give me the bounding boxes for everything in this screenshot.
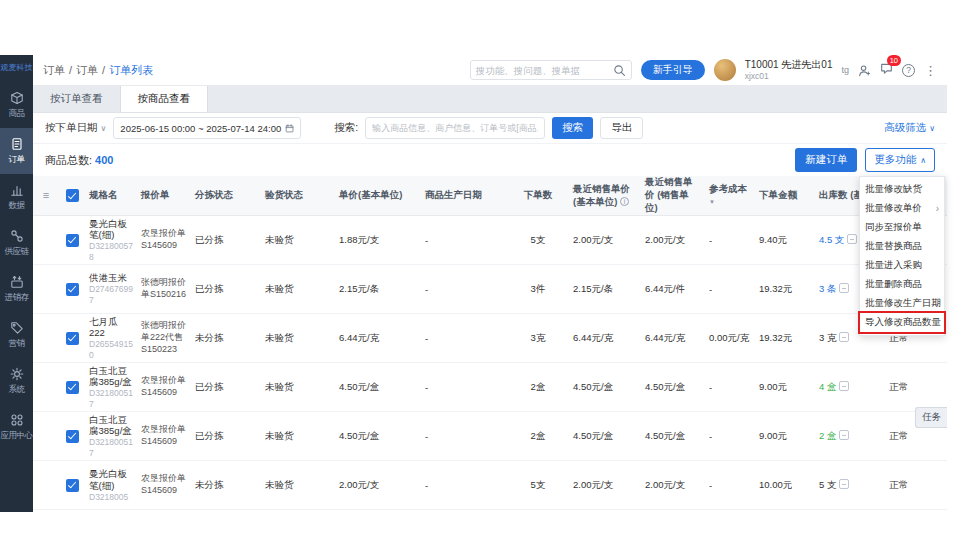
unit-price-cell: 4.50元/盒 bbox=[335, 430, 421, 443]
menu-item-import-modify-qty[interactable]: 导入修改商品数量 bbox=[860, 313, 944, 332]
edit-qty-icon[interactable] bbox=[839, 332, 849, 342]
sidebar-item-supply-chain[interactable]: 供应链 bbox=[0, 220, 33, 266]
menu-item-batch-replace-product[interactable]: 批量替换商品 bbox=[860, 237, 944, 256]
out-qty-value[interactable]: 3 条 bbox=[819, 283, 836, 294]
select-all-checkbox[interactable] bbox=[66, 189, 79, 202]
out-qty-value[interactable]: 4 盒 bbox=[819, 381, 836, 392]
edit-qty-icon[interactable] bbox=[847, 234, 857, 244]
sidebar-item-app-center[interactable]: 应用中心 bbox=[0, 404, 33, 450]
header-sort-status[interactable]: 分拣状态 bbox=[191, 189, 261, 202]
spec-cell[interactable]: 曼光白板笔(细) D3218005 bbox=[85, 468, 137, 502]
task-side-tab[interactable]: 任务 bbox=[915, 407, 947, 428]
row-checkbox[interactable] bbox=[66, 234, 79, 247]
spec-cell[interactable]: 白玉北豆腐385g/盒 D321800517 bbox=[85, 365, 137, 410]
out-qty-cell: 4 盒 bbox=[815, 381, 885, 394]
global-search-input[interactable] bbox=[476, 65, 613, 76]
invite-user-icon[interactable] bbox=[858, 64, 871, 77]
sidebar-item-marketing[interactable]: 营销 bbox=[0, 312, 33, 358]
menu-item-batch-modify-price[interactable]: 批量修改单价 › bbox=[860, 199, 944, 218]
order-document-icon bbox=[10, 137, 24, 151]
more-functions-button[interactable]: 更多功能 ∧ bbox=[865, 148, 935, 172]
avatar[interactable] bbox=[714, 59, 736, 81]
check-status-cell: 未验货 bbox=[261, 283, 335, 296]
breadcrumb-item[interactable]: 订单 bbox=[76, 63, 98, 78]
check-status-cell: 未验货 bbox=[261, 234, 335, 247]
export-button[interactable]: 导出 bbox=[600, 117, 643, 139]
edit-qty-icon[interactable] bbox=[839, 283, 849, 293]
gear-icon bbox=[10, 367, 24, 381]
tg-icon[interactable]: tg bbox=[841, 65, 849, 75]
edit-qty-icon[interactable] bbox=[839, 381, 849, 391]
new-order-button[interactable]: 新建订单 bbox=[795, 148, 857, 172]
order-qty-cell: 3克 bbox=[507, 332, 569, 345]
advanced-filter-link[interactable]: 高级筛选 ∨ bbox=[884, 121, 935, 135]
sidebar-item-system[interactable]: 系统 bbox=[0, 358, 33, 404]
search-button[interactable]: 搜索 bbox=[552, 117, 593, 139]
row-checkbox[interactable] bbox=[66, 430, 79, 443]
header-recent-sale-price[interactable]: 最近销售单价 (销售单位) bbox=[641, 176, 705, 214]
out-qty-value[interactable]: 2 盒 bbox=[819, 430, 836, 441]
prod-date-cell: - bbox=[421, 235, 507, 246]
out-qty-value[interactable]: 5 支 bbox=[819, 479, 836, 490]
search-icon[interactable] bbox=[613, 64, 626, 77]
column-settings-cell[interactable]: ≡ bbox=[33, 188, 59, 203]
row-checkbox[interactable] bbox=[66, 479, 79, 492]
sidebar-item-inventory[interactable]: 进销存 bbox=[0, 266, 33, 312]
date-type-select[interactable]: 按下单日期 ∨ bbox=[45, 121, 106, 135]
menu-item-batch-modify-shortage[interactable]: 批量修改缺货 bbox=[860, 180, 944, 199]
spec-cell[interactable]: 供港玉米 D274676997 bbox=[85, 272, 137, 305]
message-count-badge: 10 bbox=[887, 55, 901, 66]
search-label: 搜索: bbox=[334, 121, 358, 135]
spec-cell[interactable]: 白玉北豆腐385g/盒 D321800517 bbox=[85, 414, 137, 459]
breadcrumb-item[interactable]: 订单 bbox=[43, 63, 65, 78]
menu-item-batch-delete-product[interactable]: 批量删除商品 bbox=[860, 275, 944, 294]
total-count-value: 400 bbox=[95, 154, 113, 166]
header-spec[interactable]: 规格名 bbox=[85, 189, 137, 202]
sidebar-item-label: 进销存 bbox=[5, 292, 29, 304]
header-order-amount[interactable]: 下单金额 bbox=[755, 189, 815, 202]
filter-funnel-icon[interactable]: ▼ bbox=[709, 199, 715, 205]
recent-sale-price-cell: 4.50元/盒 bbox=[641, 430, 705, 443]
header-recent-base-price[interactable]: 最近销售单价 (基本单位) i bbox=[569, 183, 641, 209]
spec-cell[interactable]: 七月瓜222 D265549150 bbox=[85, 316, 137, 361]
recent-sale-price-cell: 6.44元/克 bbox=[641, 332, 705, 345]
menu-item-batch-to-purchase[interactable]: 批量进入采购 bbox=[860, 256, 944, 275]
row-checkbox[interactable] bbox=[66, 283, 79, 296]
header-order-qty[interactable]: 下单数 bbox=[507, 189, 569, 202]
tab-product-view[interactable]: 按商品查看 bbox=[121, 86, 209, 112]
header-check-status[interactable]: 验货状态 bbox=[261, 189, 335, 202]
more-options-icon[interactable]: ⋮ bbox=[924, 64, 937, 77]
out-qty-value[interactable]: 3 克 bbox=[819, 332, 836, 343]
edit-qty-icon[interactable] bbox=[839, 430, 849, 440]
spec-cell[interactable]: 曼光白板笔(细) D321800578 bbox=[85, 218, 137, 263]
help-icon[interactable]: ? bbox=[902, 64, 915, 77]
menu-item-batch-modify-prod-date[interactable]: 批量修改生产日期 bbox=[860, 294, 944, 313]
sort-status-cell: 已分拣 bbox=[191, 430, 261, 443]
sidebar-item-orders[interactable]: 订单 bbox=[0, 128, 33, 174]
date-range-input[interactable]: 2025-06-15 00:00 ~ 2025-07-14 24:00 bbox=[113, 117, 301, 139]
chevron-up-icon: ∧ bbox=[920, 156, 926, 165]
header-unit-price[interactable]: 单价(基本单位) bbox=[335, 189, 421, 202]
messages-button[interactable]: 10 bbox=[880, 61, 893, 79]
prod-date-cell: - bbox=[421, 431, 507, 442]
sort-status-cell: 已分拣 bbox=[191, 283, 261, 296]
info-icon[interactable]: i bbox=[620, 197, 629, 206]
header-quote[interactable]: 报价单 bbox=[137, 189, 191, 202]
menu-item-sync-to-quote[interactable]: 同步至报价单 bbox=[860, 218, 944, 237]
tab-order-view[interactable]: 按订单查看 bbox=[33, 86, 121, 112]
guide-button[interactable]: 新手引导 bbox=[641, 60, 705, 80]
sidebar-item-goods[interactable]: 商品 bbox=[0, 82, 33, 128]
user-info[interactable]: T10001 先进先出01 xjxc01 bbox=[745, 59, 833, 81]
row-select-cell bbox=[59, 332, 85, 345]
row-checkbox[interactable] bbox=[66, 381, 79, 394]
order-amount-cell: 19.32元 bbox=[755, 283, 815, 296]
edit-qty-icon[interactable] bbox=[839, 479, 849, 489]
breadcrumb-current[interactable]: 订单列表 bbox=[109, 63, 153, 78]
sidebar-item-data[interactable]: 数据 bbox=[0, 174, 33, 220]
out-qty-value[interactable]: 4.5 支 bbox=[819, 234, 844, 245]
user-name: T10001 先进先出01 bbox=[745, 59, 833, 71]
row-checkbox[interactable] bbox=[66, 332, 79, 345]
header-ref-cost[interactable]: 参考成本 ▼ bbox=[705, 183, 755, 209]
header-prod-date[interactable]: 商品生产日期 bbox=[421, 189, 507, 202]
filter-search-input[interactable] bbox=[372, 123, 538, 133]
